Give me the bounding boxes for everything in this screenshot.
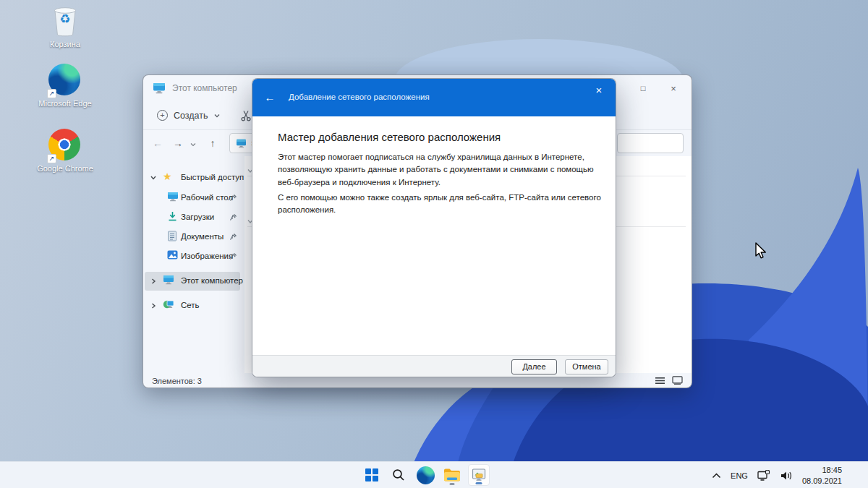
- plus-icon: +: [157, 110, 168, 121]
- taskbar: ENG 18:45 08.09.2021: [0, 461, 868, 488]
- maximize-button[interactable]: □: [628, 75, 658, 101]
- desktop-icon-label: Google Chrome: [36, 164, 94, 174]
- search-icon: [392, 468, 405, 481]
- close-icon: ×: [596, 84, 603, 96]
- computer-icon: [163, 275, 174, 285]
- nav-history-chevron-icon[interactable]: [190, 141, 197, 148]
- downloads-icon: [167, 211, 178, 222]
- sidebar-item-this-pc[interactable]: Этот компьютер: [143, 272, 244, 291]
- taskbar-explorer-button[interactable]: [441, 464, 463, 486]
- wizard-paragraph: Этот мастер помогает подписаться на служ…: [278, 151, 605, 189]
- sidebar-item-desktop[interactable]: Рабочий стол: [143, 189, 244, 207]
- sidebar-item-downloads[interactable]: Загрузки: [143, 208, 244, 227]
- desktop-icon-recycle-bin[interactable]: ♻ Корзина: [36, 4, 94, 49]
- pin-icon: [229, 213, 237, 221]
- taskbar-wizard-button[interactable]: [468, 464, 490, 486]
- cut-icon[interactable]: [239, 109, 252, 122]
- details-view-icon[interactable]: [655, 377, 665, 385]
- pin-icon: [229, 233, 237, 241]
- add-network-location-wizard: ← Добавление сетевого расположения × Мас…: [252, 78, 616, 377]
- close-button[interactable]: ×: [658, 75, 689, 101]
- star-icon: ★: [163, 171, 172, 182]
- taskbar-edge-button[interactable]: [414, 464, 436, 486]
- pin-icon: [229, 252, 237, 260]
- explorer-sidebar: ★ Быстрый доступ Рабочий стол: [143, 156, 244, 373]
- wizard-close-button[interactable]: ×: [590, 82, 608, 99]
- thumbnail-view-icon[interactable]: [672, 376, 683, 385]
- new-button-label: Создать: [174, 111, 208, 121]
- open-app-indicator: [450, 483, 455, 485]
- mouse-cursor: [752, 241, 768, 260]
- chevron-down-icon[interactable]: [150, 174, 157, 181]
- sidebar-item-label: Этот компьютер: [181, 276, 243, 285]
- taskbar-clock[interactable]: 18:45 08.09.2021: [802, 465, 842, 486]
- desktop-icon-google-chrome[interactable]: ↗ Google Chrome: [36, 129, 94, 174]
- cancel-button[interactable]: Отмена: [565, 359, 608, 374]
- sidebar-item-label: Сеть: [181, 301, 200, 309]
- chevron-down-icon: [213, 112, 221, 119]
- documents-icon: [167, 231, 177, 241]
- sidebar-item-quick-access[interactable]: ★ Быстрый доступ: [143, 168, 244, 187]
- nav-back-button[interactable]: ←: [148, 137, 168, 149]
- folder-icon: [443, 468, 461, 482]
- windows-start-icon: [365, 468, 378, 481]
- sidebar-item-label: Рабочий стол: [181, 193, 233, 202]
- network-tray-icon[interactable]: [757, 470, 771, 481]
- new-button[interactable]: + Создать: [143, 110, 221, 121]
- desktop-icon-label: Microsoft Edge: [36, 99, 94, 108]
- shortcut-arrow-icon: ↗: [47, 89, 56, 98]
- wizard-header: ← Добавление сетевого расположения ×: [252, 79, 616, 116]
- sidebar-item-documents[interactable]: Документы: [143, 228, 244, 247]
- taskbar-search-button[interactable]: [388, 464, 409, 486]
- window-title: Этот компьютер: [172, 83, 237, 93]
- chevron-right-icon[interactable]: [150, 302, 157, 309]
- wizard-paragraph: С его помощью можно также создать ярлык …: [278, 192, 605, 217]
- back-arrow-icon: ←: [265, 91, 276, 103]
- clock-date: 08.09.2021: [802, 476, 842, 486]
- wizard-title: Добавление сетевого расположения: [289, 93, 430, 101]
- language-indicator[interactable]: ENG: [731, 471, 748, 480]
- recycle-bin-icon: ♻: [48, 4, 82, 38]
- items-count: Элементов: 3: [152, 377, 202, 385]
- desktop-icon-microsoft-edge[interactable]: ↗ Microsoft Edge: [36, 64, 94, 108]
- nav-up-button[interactable]: ↑: [203, 137, 223, 149]
- this-pc-icon: [236, 139, 247, 148]
- network-wizard-icon: [472, 468, 486, 481]
- clock-time: 18:45: [802, 465, 842, 475]
- sidebar-item-label: Изображения: [181, 252, 233, 260]
- edge-icon: [417, 466, 435, 484]
- volume-icon[interactable]: [780, 471, 793, 481]
- maximize-icon: □: [641, 84, 646, 93]
- wizard-footer: Далее Отмена: [252, 355, 616, 377]
- sidebar-item-label: Быстрый доступ: [181, 173, 244, 181]
- back-button[interactable]: ←: [261, 90, 278, 106]
- start-button[interactable]: [361, 464, 383, 486]
- sidebar-item-pictures[interactable]: Изображения: [143, 247, 244, 266]
- sidebar-item-label: Загрузки: [181, 213, 214, 221]
- nav-forward-button[interactable]: →: [168, 137, 188, 149]
- close-icon: ×: [671, 83, 676, 94]
- desktop-icon-label: Корзина: [36, 40, 94, 49]
- this-pc-icon: [153, 82, 166, 94]
- shortcut-arrow-icon: ↗: [47, 154, 56, 163]
- pin-icon: [229, 194, 237, 202]
- next-button[interactable]: Далее: [511, 359, 557, 374]
- wizard-content: Мастер добавления сетевого расположения …: [252, 116, 616, 355]
- active-app-indicator: [476, 482, 482, 484]
- tray-overflow-chevron-icon[interactable]: [712, 473, 721, 479]
- recycle-symbol: ♻: [48, 12, 82, 27]
- sidebar-item-label: Документы: [181, 232, 224, 241]
- sidebar-item-network[interactable]: Сеть: [143, 296, 244, 315]
- desktop-icon: [167, 192, 179, 202]
- network-icon: [163, 299, 174, 309]
- chevron-right-icon[interactable]: [150, 278, 157, 285]
- search-input[interactable]: [617, 133, 684, 153]
- pictures-icon: [167, 250, 178, 260]
- wizard-heading: Мастер добавления сетевого расположения: [278, 131, 501, 143]
